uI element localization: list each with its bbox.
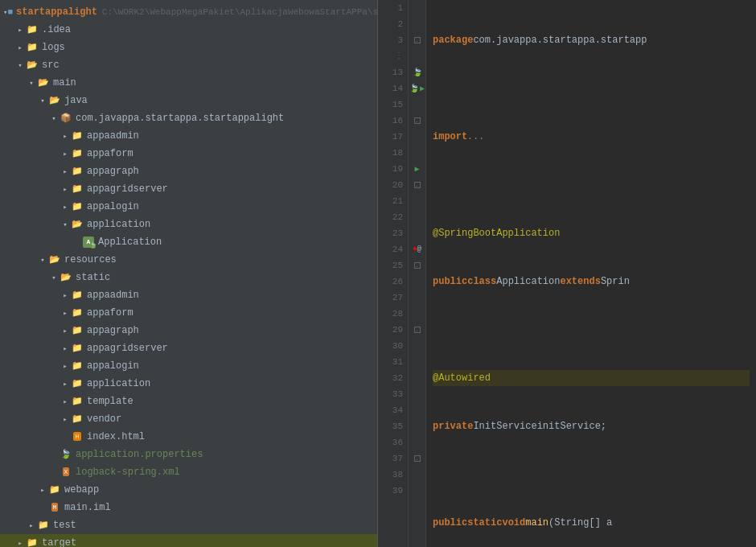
arrow-icon: [37, 97, 48, 105]
gutter-line: -: [409, 257, 425, 274]
iml-icon: M: [48, 501, 61, 514]
app-class-icon: A 🍃: [82, 236, 95, 249]
gutter-line[interactable]: 🍃 ▶: [409, 80, 425, 97]
folder-icon: [71, 306, 84, 319]
folder-icon: [37, 76, 50, 89]
code-line: public class Application extends Sprin: [433, 274, 750, 290]
project-root[interactable]: ■ startappalight C:\WORK2\WebappMegaPaki…: [0, 3, 377, 21]
application-folder[interactable]: application: [0, 216, 377, 233]
gutter-line: -: [409, 113, 425, 129]
package-folder[interactable]: com.javappa.startappa.startappalight: [0, 109, 377, 127]
appaform-folder[interactable]: appaform: [0, 145, 377, 162]
line-num: 33: [381, 386, 403, 402]
target-folder[interactable]: target: [0, 534, 377, 547]
folder-icon: [37, 519, 50, 532]
application-properties-file[interactable]: 🍃 application.properties: [0, 446, 377, 463]
main-folder[interactable]: main: [0, 74, 377, 92]
folder-icon: [71, 360, 84, 372]
static-appagridserver-folder[interactable]: appagridserver: [0, 339, 377, 357]
folder-label: appaadmin: [87, 130, 139, 142]
folder-label: webapp: [64, 484, 99, 496]
webapp-folder[interactable]: webapp: [0, 481, 377, 499]
folder-label: appaadmin: [87, 290, 139, 301]
line-num: 30: [381, 338, 403, 354]
code-line: [433, 177, 750, 193]
gutter-line: [409, 274, 425, 290]
arrow-icon: [26, 79, 37, 88]
line-num: 34: [381, 402, 403, 418]
folder-icon: [71, 377, 84, 390]
folder-label: src: [42, 60, 60, 71]
gutter-line: [409, 467, 425, 483]
idea-folder[interactable]: .idea: [0, 21, 377, 39]
folder-label: test: [53, 520, 76, 531]
arrow-icon: [48, 114, 60, 123]
appagraph-folder[interactable]: appagraph: [0, 162, 377, 180]
folder-icon: [48, 483, 61, 496]
folder-icon: [26, 41, 39, 54]
folder-icon: [26, 59, 39, 72]
folder-label: static: [76, 272, 110, 283]
folder-label: appaform: [87, 148, 134, 159]
code-line: [433, 322, 750, 338]
gutter-line: ● @: [409, 241, 425, 257]
line-numbers: 1 2 3 ⋮ 13 14 15 16 17 18 19 20 21 22 23…: [378, 0, 409, 547]
line-num: 3: [381, 32, 403, 48]
line-num: 26: [381, 274, 403, 290]
code-line: [433, 80, 750, 97]
static-folder[interactable]: static: [0, 269, 377, 286]
code-editor: 1 2 3 ⋮ 13 14 15 16 17 18 19 20 21 22 23…: [378, 0, 756, 547]
vendor-folder[interactable]: vendor: [0, 410, 377, 428]
line-num: 38: [381, 467, 403, 483]
gutter-line: [409, 129, 425, 145]
folder-label: .idea: [42, 24, 71, 35]
line-num: 22: [381, 209, 403, 225]
line-num: 23: [381, 225, 403, 241]
test-folder[interactable]: test: [0, 516, 377, 534]
arrow-icon: [60, 397, 71, 406]
folder-icon: [71, 165, 84, 178]
src-folder[interactable]: src: [0, 56, 377, 74]
arrow-icon: [60, 415, 71, 424]
file-tree[interactable]: ■ startappalight C:\WORK2\WebappMegaPaki…: [0, 0, 378, 547]
appaadmin-folder[interactable]: appaadmin: [0, 127, 377, 145]
line-num: 15: [381, 97, 403, 113]
application-class[interactable]: A 🍃 Application: [0, 233, 377, 251]
arrow-icon: [14, 539, 26, 548]
appalogin-folder[interactable]: appalogin: [0, 198, 377, 216]
arrow-icon: [26, 521, 37, 530]
java-folder[interactable]: java: [0, 92, 377, 109]
logback-xml-file[interactable]: X logback-spring.xml: [0, 463, 377, 481]
folder-icon: [71, 130, 84, 142]
folder-icon: [71, 413, 84, 426]
line-num: 31: [381, 354, 403, 370]
arrow-icon: [60, 291, 71, 300]
folder-label: vendor: [87, 413, 121, 425]
resources-folder[interactable]: resources: [0, 251, 377, 269]
gutter-line: [409, 386, 425, 402]
gutter-line[interactable]: ▶: [409, 161, 425, 177]
folder-icon: [71, 218, 84, 231]
template-folder[interactable]: template: [0, 393, 377, 410]
line-num: 20: [381, 177, 403, 193]
appagridserver-folder[interactable]: appagridserver: [0, 180, 377, 198]
index-html-file[interactable]: H index.html: [0, 428, 377, 446]
static-application-folder[interactable]: application: [0, 375, 377, 393]
line-num: 32: [381, 370, 403, 386]
static-appalogin-folder[interactable]: appalogin: [0, 357, 377, 375]
logs-folder[interactable]: logs: [0, 39, 377, 56]
static-appaadmin-folder[interactable]: appaadmin: [0, 286, 377, 304]
code-lines[interactable]: package com.javappa.startappa.startapp i…: [426, 0, 756, 547]
gutter-line: [409, 145, 425, 161]
code-content[interactable]: 1 2 3 ⋮ 13 14 15 16 17 18 19 20 21 22 23…: [378, 0, 756, 547]
gutter: - 🍃 🍃 ▶ - ▶ -: [409, 0, 426, 547]
static-appagraph-folder[interactable]: appagraph: [0, 322, 377, 339]
gutter-line: [409, 306, 425, 322]
main-iml-file[interactable]: M main.iml: [0, 499, 377, 516]
arrow-icon: [60, 344, 71, 353]
static-appaform-folder[interactable]: appaform: [0, 304, 377, 322]
module-icon: ■: [7, 6, 13, 19]
folder-label: appagridserver: [87, 343, 168, 354]
folder-label: template: [87, 396, 134, 407]
folder-icon: [71, 289, 84, 302]
